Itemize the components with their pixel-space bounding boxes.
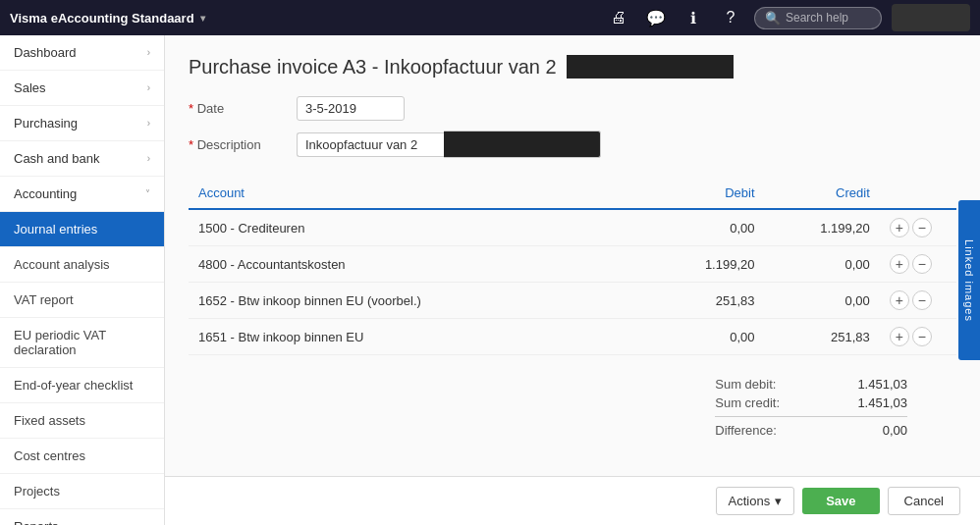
sidebar-label: Accounting [14, 186, 77, 201]
sidebar-item-projects[interactable]: Projects [0, 474, 164, 509]
difference-label: Difference: [715, 423, 777, 438]
actions-label: Actions [729, 494, 771, 508]
sidebar-label: Dashboard [14, 45, 77, 60]
bottom-toolbar: Actions ▾ Save Cancel [165, 476, 980, 525]
add-row-button[interactable]: + [890, 254, 909, 274]
credit-cell: 251,83 [765, 319, 880, 355]
sidebar-label: End-of-year checklist [14, 378, 133, 393]
col-header-account: Account [189, 178, 649, 209]
add-row-button[interactable]: + [890, 327, 909, 346]
debit-cell: 0,00 [649, 319, 764, 355]
credit-cell: 1.199,20 [765, 209, 880, 246]
remove-row-button[interactable]: − [912, 290, 932, 310]
sidebar-label: Purchasing [14, 116, 78, 131]
sum-debit-row: Sum debit: 1.451,03 [715, 375, 907, 394]
sidebar-item-purchasing[interactable]: Purchasing › [0, 106, 164, 141]
add-row-button[interactable]: + [890, 290, 909, 310]
help-icon[interactable]: ? [717, 4, 744, 31]
table-row: 1500 - Crediteuren 0,00 1.199,20 + − [189, 209, 956, 246]
col-header-debit: Debit [649, 178, 764, 209]
journal-table: Account Debit Credit 1500 - Crediteuren … [189, 178, 956, 355]
page-title-redacted [567, 55, 734, 79]
sidebar-label: EU periodic VAT declaration [14, 328, 150, 357]
main-content: Purchase invoice A3 - Inkoopfactuur van … [165, 35, 980, 525]
account-cell: 1651 - Btw inkoop binnen EU [189, 319, 649, 355]
sidebar-label: VAT report [14, 292, 74, 307]
col-header-actions [880, 178, 956, 209]
print-icon[interactable]: 🖨 [605, 4, 632, 31]
debit-cell: 251,83 [649, 283, 764, 319]
sidebar-item-fixed-assets[interactable]: Fixed assets [0, 403, 164, 439]
sidebar-item-eu-periodic-vat[interactable]: EU periodic VAT declaration [0, 318, 164, 368]
chevron-right-icon: › [147, 118, 150, 129]
user-avatar[interactable] [892, 4, 970, 31]
sum-debit-label: Sum debit: [715, 377, 776, 392]
difference-value: 0,00 [839, 423, 907, 438]
remove-row-button[interactable]: − [912, 218, 932, 237]
sidebar-item-sales[interactable]: Sales › [0, 71, 164, 106]
sidebar-item-cash-and-bank[interactable]: Cash and bank › [0, 141, 164, 177]
sidebar-label: Fixed assets [14, 413, 85, 428]
row-action-cell: + − [880, 319, 956, 355]
col-header-credit: Credit [765, 178, 880, 209]
sidebar-item-cost-centres[interactable]: Cost centres [0, 439, 164, 474]
chevron-right-icon: › [147, 153, 150, 164]
date-input[interactable] [297, 96, 405, 121]
sidebar-label: Journal entries [14, 222, 97, 236]
sidebar-item-end-of-year[interactable]: End-of-year checklist [0, 368, 164, 403]
summary-section: Sum debit: 1.451,03 Sum credit: 1.451,03… [189, 375, 956, 440]
date-form-row: * Date [189, 96, 956, 121]
description-label: * Description [189, 137, 297, 152]
sidebar-item-journal-entries[interactable]: Journal entries [0, 212, 164, 247]
chat-icon[interactable]: 💬 [642, 4, 670, 31]
description-required-marker: * [189, 137, 193, 152]
description-input[interactable] [297, 132, 444, 157]
info-icon[interactable]: ℹ [680, 4, 707, 31]
page-title-text: Purchase invoice A3 - Inkoopfactuur van … [189, 56, 557, 79]
actions-button[interactable]: Actions ▾ [716, 487, 795, 515]
save-label: Save [826, 494, 855, 508]
account-cell: 4800 - Accountantskosten [189, 246, 649, 283]
app-brand[interactable]: Visma eAccounting Standaard ▾ [10, 11, 205, 26]
date-required-marker: * [189, 101, 193, 116]
sidebar-item-reports[interactable]: Reports [0, 509, 164, 525]
search-input[interactable] [786, 11, 874, 25]
sidebar-item-dashboard[interactable]: Dashboard › [0, 35, 164, 71]
date-label: * Date [189, 101, 297, 116]
sidebar-label: Cost centres [14, 448, 85, 463]
sidebar: Dashboard › Sales › Purchasing › Cash an… [0, 35, 165, 525]
actions-chevron-icon: ▾ [775, 494, 782, 508]
add-row-button[interactable]: + [890, 218, 909, 237]
remove-row-button[interactable]: − [912, 254, 932, 274]
summary-table: Sum debit: 1.451,03 Sum credit: 1.451,03… [715, 375, 907, 440]
sidebar-label: Reports [14, 519, 59, 525]
cancel-label: Cancel [904, 494, 944, 508]
row-action-cell: + − [880, 246, 956, 283]
save-button[interactable]: Save [802, 488, 879, 514]
cancel-button[interactable]: Cancel [888, 487, 960, 515]
search-box[interactable]: 🔍 [754, 7, 882, 29]
debit-cell: 0,00 [649, 209, 764, 246]
sum-credit-value: 1.451,03 [839, 395, 907, 410]
content-inner: Purchase invoice A3 - Inkoopfactuur van … [165, 35, 980, 476]
page-title-row: Purchase invoice A3 - Inkoopfactuur van … [189, 55, 956, 79]
sum-debit-value: 1.451,03 [839, 377, 907, 392]
chevron-down-icon: ˅ [145, 188, 150, 199]
main-layout: Dashboard › Sales › Purchasing › Cash an… [0, 35, 980, 525]
sidebar-item-account-analysis[interactable]: Account analysis [0, 247, 164, 283]
content-wrapper: Purchase invoice A3 - Inkoopfactuur van … [165, 35, 980, 525]
difference-row: Difference: 0,00 [715, 421, 907, 440]
search-icon: 🔍 [765, 11, 781, 26]
remove-row-button[interactable]: − [912, 327, 932, 346]
table-row: 4800 - Accountantskosten 1.199,20 0,00 +… [189, 246, 956, 283]
brand-chevron: ▾ [200, 13, 205, 24]
sidebar-label: Sales [14, 80, 46, 95]
table-row: 1651 - Btw inkoop binnen EU 0,00 251,83 … [189, 319, 956, 355]
chevron-right-icon: › [147, 47, 150, 58]
linked-images-tab[interactable]: Linked images [958, 200, 980, 361]
sidebar-item-vat-report[interactable]: VAT report [0, 283, 164, 318]
table-row: 1652 - Btw inkoop binnen EU (voorbel.) 2… [189, 283, 956, 319]
account-cell: 1500 - Crediteuren [189, 209, 649, 246]
row-action-cell: + − [880, 209, 956, 246]
sidebar-item-accounting[interactable]: Accounting ˅ [0, 177, 164, 212]
